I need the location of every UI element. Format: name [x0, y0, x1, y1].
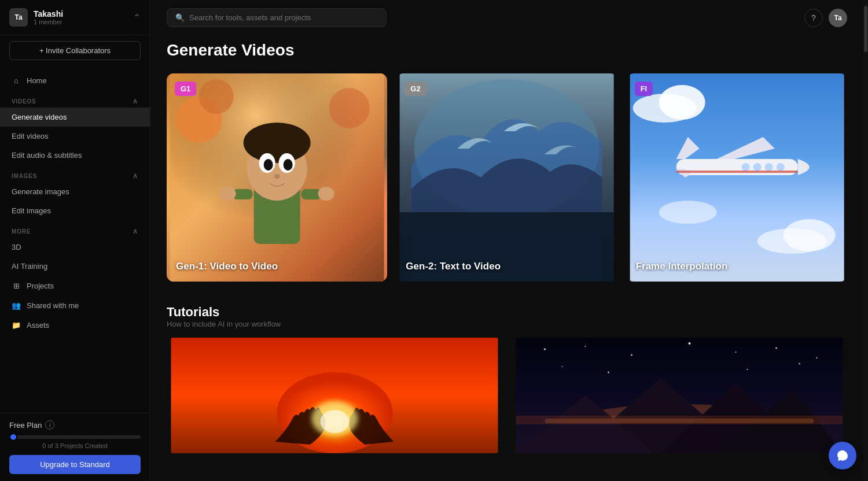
- video-card-gen1[interactable]: G1 Gen-1: Video to Video: [167, 73, 387, 282]
- sidebar-item-home-label: Home: [27, 76, 47, 85]
- edit-videos-label: Edit videos: [12, 132, 49, 140]
- workspace-info-group: Ta Takashi 1 member: [9, 8, 63, 27]
- card-badge-gen2: G2: [404, 82, 426, 96]
- upgrade-button[interactable]: Upgrade to Standard: [9, 455, 141, 474]
- gen1-illustration: [167, 73, 387, 282]
- svg-point-37: [544, 349, 546, 350]
- svg-point-44: [562, 366, 563, 367]
- plan-section: Free Plan i 0 of 3 Projects Created Upgr…: [0, 413, 150, 481]
- shared-icon: 👥: [12, 301, 21, 310]
- svg-point-9: [274, 174, 280, 179]
- svg-point-41: [735, 352, 737, 353]
- sidebar-item-edit-audio[interactable]: Edit audio & subtitles: [0, 146, 150, 165]
- card-badge-fi: FI: [635, 82, 653, 96]
- sidebar-item-edit-videos[interactable]: Edit videos: [0, 127, 150, 146]
- search-icon: 🔍: [175, 13, 185, 22]
- shared-label: Shared with me: [27, 301, 79, 310]
- tutorial1-illustration: [167, 338, 502, 453]
- tutorial2-illustration: [512, 338, 847, 453]
- videos-collapse-icon[interactable]: ∧: [133, 97, 138, 105]
- svg-point-43: [816, 357, 818, 358]
- svg-point-47: [799, 363, 800, 365]
- topbar: 🔍 ? Ta: [150, 0, 863, 35]
- search-input[interactable]: [189, 13, 378, 22]
- svg-point-15: [199, 79, 234, 114]
- card-label-fi: Frame Interpolation: [636, 261, 728, 272]
- images-section-label: IMAGES: [12, 173, 37, 179]
- svg-point-12: [220, 187, 236, 201]
- projects-icon: ⊞: [12, 281, 21, 290]
- svg-point-25: [659, 201, 716, 224]
- generate-videos-label: Generate videos: [12, 113, 67, 121]
- sidebar-item-assets[interactable]: 📁 Assets: [0, 315, 150, 335]
- tutorial-card-2[interactable]: [512, 338, 847, 453]
- tutorial-card-1[interactable]: [167, 338, 502, 453]
- home-icon: ⌂: [12, 76, 21, 85]
- more-section-header: MORE ∧: [0, 220, 150, 238]
- workspace-details: Takashi 1 member: [34, 9, 63, 25]
- sidebar-item-generate-videos[interactable]: Generate videos: [0, 108, 150, 127]
- sidebar-item-shared[interactable]: 👥 Shared with me: [0, 295, 150, 315]
- svg-point-30: [776, 163, 784, 171]
- svg-point-39: [631, 354, 632, 356]
- card-badge-gen1: G1: [175, 82, 196, 96]
- more-collapse-icon[interactable]: ∧: [133, 227, 138, 235]
- svg-point-16: [329, 88, 370, 128]
- tutorials-title: Tutorials: [167, 305, 847, 320]
- 3d-label: 3D: [12, 243, 21, 251]
- chat-icon: [836, 449, 849, 462]
- workspace-name: Takashi: [34, 9, 63, 18]
- workspace-member-count: 1 member: [34, 18, 63, 25]
- svg-point-38: [585, 346, 586, 347]
- workspace-chevron-icon: ⌃: [133, 12, 141, 23]
- edit-images-label: Edit images: [12, 206, 51, 215]
- scrollbar-thumb[interactable]: [864, 6, 867, 52]
- sidebar-item-projects[interactable]: ⊞ Projects: [0, 276, 150, 295]
- tutorials-section: Tutorials How to include AI in your work…: [167, 305, 847, 453]
- sidebar: Ta Takashi 1 member ⌃ + Invite Collabora…: [0, 0, 150, 481]
- free-plan-label: Free Plan: [9, 421, 42, 430]
- workspace-header[interactable]: Ta Takashi 1 member ⌃: [0, 0, 150, 35]
- sidebar-item-generate-images[interactable]: Generate images: [0, 182, 150, 201]
- plan-info-icon[interactable]: i: [45, 420, 54, 430]
- main-content: 🔍 ? Ta Generate Videos: [150, 0, 863, 481]
- sidebar-item-edit-images[interactable]: Edit images: [0, 201, 150, 220]
- videos-section-label: VIDEOS: [12, 98, 36, 105]
- tutorials-subtitle: How to include AI in your workflow: [167, 320, 847, 328]
- svg-point-4: [244, 123, 311, 163]
- svg-point-45: [608, 372, 609, 373]
- progress-dot: [9, 433, 17, 441]
- video-card-gen2[interactable]: G2 Gen-2: Text to Video: [396, 73, 617, 282]
- tutorial-cards-grid: [167, 338, 847, 453]
- projects-created-label: 0 of 3 Projects Created: [9, 442, 141, 449]
- invite-collaborators-button[interactable]: + Invite Collaborators: [9, 41, 141, 60]
- videos-section-header: VIDEOS ∧: [0, 90, 150, 108]
- sidebar-item-home[interactable]: ⌂ Home: [0, 71, 150, 90]
- tutorials-header: Tutorials How to include AI in your work…: [167, 305, 847, 328]
- svg-point-22: [659, 85, 705, 120]
- svg-point-13: [318, 187, 334, 201]
- search-bar[interactable]: 🔍: [167, 8, 387, 27]
- content-area: Generate Videos: [150, 35, 863, 453]
- svg-point-8: [284, 159, 293, 171]
- more-section-label: MORE: [12, 228, 31, 235]
- video-card-fi[interactable]: FI Frame Interpolation: [627, 73, 847, 282]
- svg-point-46: [747, 369, 748, 370]
- sidebar-item-3d[interactable]: 3D: [0, 238, 150, 257]
- projects-progress-bar: [9, 435, 141, 439]
- svg-point-29: [764, 163, 773, 171]
- ai-training-label: AI Training: [12, 262, 47, 271]
- sidebar-item-ai-training[interactable]: AI Training: [0, 257, 150, 276]
- help-button[interactable]: ?: [804, 9, 823, 27]
- images-section-header: IMAGES ∧: [0, 165, 150, 182]
- video-cards-grid: G1 Gen-1: Video to Video: [167, 73, 847, 282]
- svg-point-35: [321, 410, 350, 433]
- projects-label: Projects: [27, 282, 54, 290]
- user-avatar[interactable]: Ta: [829, 9, 847, 27]
- scrollbar-track[interactable]: [863, 0, 868, 481]
- gen2-illustration: [396, 73, 617, 282]
- nav-section: ⌂ Home VIDEOS ∧ Generate videos Edit vid…: [0, 66, 150, 413]
- free-plan-row: Free Plan i: [9, 420, 141, 430]
- images-collapse-icon[interactable]: ∧: [133, 172, 138, 180]
- chat-bubble-button[interactable]: [829, 442, 856, 469]
